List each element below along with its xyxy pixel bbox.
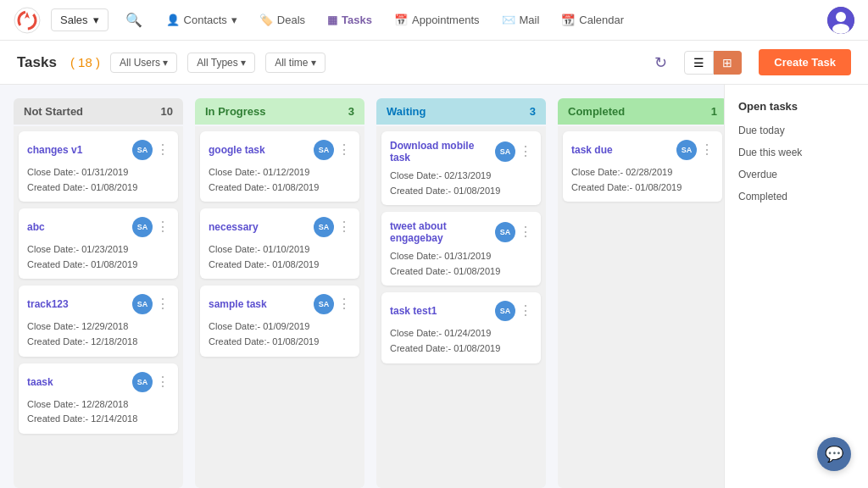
task-card: sample task SA ⋮ Close Date:- 01/09/2019… <box>200 286 359 356</box>
card-menu-button[interactable]: ⋮ <box>519 145 532 158</box>
app-logo[interactable] <box>14 7 41 34</box>
chat-bubble[interactable]: 💬 <box>817 437 851 471</box>
col-header-waiting: Waiting3 <box>376 98 546 125</box>
task-card: task test1 SA ⋮ Close Date:- 01/24/2019 … <box>381 292 541 363</box>
chevron-down-icon: ▾ <box>93 14 99 26</box>
card-close-date: Close Date:- 02/28/2019 <box>571 165 714 180</box>
card-created-date: Created Date:- 01/08/2019 <box>209 180 351 196</box>
task-card: track123 SA ⋮ Close Date:- 12/29/2018 Cr… <box>19 286 178 356</box>
sales-label: Sales <box>60 14 88 26</box>
refresh-button[interactable]: ↻ <box>654 53 667 72</box>
card-close-date: Close Date:- 01/09/2019 <box>209 319 351 335</box>
kanban-col-completed: Completed1 task due SA ⋮ Close Date:- 02… <box>558 98 724 488</box>
card-menu-button[interactable]: ⋮ <box>519 304 532 318</box>
create-task-button[interactable]: Create Task <box>759 49 851 75</box>
card-created-date: Created Date:- 01/08/2019 <box>209 335 351 350</box>
card-menu-button[interactable]: ⋮ <box>337 220 351 234</box>
card-title[interactable]: task due <box>571 144 671 156</box>
card-title[interactable]: taask <box>27 376 127 388</box>
sidebar-filter-due-this-week[interactable]: Due this week <box>725 141 868 164</box>
col-count: 3 <box>348 105 354 118</box>
task-count: ( 18 ) <box>70 55 100 69</box>
col-body-completed: task due SA ⋮ Close Date:- 02/28/2019 Cr… <box>558 126 724 488</box>
col-body-waiting: Download mobile task SA ⋮ Close Date:- 0… <box>376 126 546 488</box>
task-card: abc SA ⋮ Close Date:- 01/23/2019 Created… <box>19 208 178 279</box>
card-close-date: Close Date:- 01/10/2019 <box>209 242 351 258</box>
card-menu-button[interactable]: ⋮ <box>700 143 714 157</box>
svg-point-5 <box>832 24 849 34</box>
tasks-icon: ▦ <box>327 14 337 26</box>
card-avatar: SA <box>132 294 153 314</box>
card-avatar: SA <box>314 294 334 314</box>
card-title[interactable]: task test1 <box>390 305 490 317</box>
main-layout: Not Started10 changes v1 SA ⋮ Close Date… <box>0 85 868 488</box>
task-card: tweet about engagebay SA ⋮ Close Date:- … <box>381 212 541 286</box>
col-title: In Progress <box>205 105 266 118</box>
card-title[interactable]: abc <box>27 221 127 233</box>
col-header-completed: Completed1 <box>558 98 724 125</box>
list-view-button[interactable]: ☰ <box>684 51 714 75</box>
card-top: tweet about engagebay SA ⋮ <box>390 220 532 244</box>
card-top: changes v1 SA ⋮ <box>27 140 170 160</box>
task-card: Download mobile task SA ⋮ Close Date:- 0… <box>381 131 541 205</box>
card-close-date: Close Date:- 12/29/2018 <box>27 319 170 335</box>
nav-deals[interactable]: 🏷️ Deals <box>249 8 315 31</box>
sidebar-filter-overdue[interactable]: Overdue <box>725 164 868 186</box>
card-avatar: SA <box>132 372 153 392</box>
card-top: taask SA ⋮ <box>27 372 170 392</box>
card-title[interactable]: tweet about engagebay <box>390 220 490 244</box>
card-created-date: Created Date:- 12/18/2018 <box>27 335 170 350</box>
kanban-col-not-started: Not Started10 changes v1 SA ⋮ Close Date… <box>14 98 183 488</box>
card-title[interactable]: necessary <box>209 221 309 233</box>
card-created-date: Created Date:- 01/08/2019 <box>571 180 714 196</box>
top-navigation: Sales ▾ 🔍 👤 Contacts ▾ 🏷️ Deals ▦ Tasks … <box>0 0 868 41</box>
deals-icon: 🏷️ <box>259 14 273 26</box>
card-top: sample task SA ⋮ <box>209 294 351 314</box>
card-menu-button[interactable]: ⋮ <box>156 297 170 311</box>
sidebar-section-title: Open tasks <box>725 95 868 119</box>
card-avatar: SA <box>495 301 515 321</box>
contacts-icon: 👤 <box>166 14 180 26</box>
nav-contacts[interactable]: 👤 Contacts ▾ <box>156 8 248 31</box>
filter-all-types[interactable]: All Types ▾ <box>187 53 255 73</box>
sales-dropdown[interactable]: Sales ▾ <box>51 8 108 31</box>
card-title[interactable]: google task <box>209 144 309 156</box>
task-card: necessary SA ⋮ Close Date:- 01/10/2019 C… <box>200 208 359 279</box>
card-created-date: Created Date:- 01/08/2019 <box>390 184 532 199</box>
col-count: 3 <box>530 105 536 118</box>
card-menu-button[interactable]: ⋮ <box>156 375 170 389</box>
user-avatar[interactable] <box>827 7 854 34</box>
card-avatar: SA <box>132 217 153 237</box>
card-created-date: Created Date:- 01/08/2019 <box>209 258 351 273</box>
card-menu-button[interactable]: ⋮ <box>156 143 170 157</box>
nav-mail[interactable]: ✉️ Mail <box>492 8 550 31</box>
card-menu-button[interactable]: ⋮ <box>337 297 351 311</box>
card-created-date: Created Date:- 01/08/2019 <box>390 341 532 357</box>
card-title[interactable]: track123 <box>27 298 127 310</box>
task-card: taask SA ⋮ Close Date:- 12/28/2018 Creat… <box>19 363 178 434</box>
card-menu-button[interactable]: ⋮ <box>156 220 170 234</box>
task-card: changes v1 SA ⋮ Close Date:- 01/31/2019 … <box>19 131 178 202</box>
nav-calendar[interactable]: 📆 Calendar <box>551 8 634 31</box>
card-menu-button[interactable]: ⋮ <box>519 225 532 239</box>
filter-all-users[interactable]: All Users ▾ <box>110 53 177 73</box>
nav-appointments[interactable]: 📅 Appointments <box>384 8 490 31</box>
task-card: task due SA ⋮ Close Date:- 02/28/2019 Cr… <box>563 131 722 202</box>
card-close-date: Close Date:- 01/31/2019 <box>27 165 170 180</box>
card-menu-button[interactable]: ⋮ <box>337 143 351 157</box>
card-title[interactable]: changes v1 <box>27 144 127 156</box>
sidebar-filter-due-today[interactable]: Due today <box>725 119 868 141</box>
page-title: Tasks <box>17 54 57 71</box>
card-title[interactable]: sample task <box>209 298 309 310</box>
grid-view-button[interactable]: ⊞ <box>714 51 742 75</box>
contacts-chevron-icon: ▾ <box>231 14 237 26</box>
card-created-date: Created Date:- 01/08/2019 <box>27 180 170 196</box>
nav-tasks[interactable]: ▦ Tasks <box>317 8 382 31</box>
col-title: Waiting <box>387 105 426 118</box>
kanban-board: Not Started10 changes v1 SA ⋮ Close Date… <box>0 85 724 488</box>
search-button[interactable]: 🔍 <box>119 8 149 31</box>
card-avatar: SA <box>314 140 334 160</box>
filter-all-time[interactable]: All time ▾ <box>265 53 326 73</box>
card-title[interactable]: Download mobile task <box>390 140 490 164</box>
sidebar-filter-completed[interactable]: Completed <box>725 186 868 208</box>
